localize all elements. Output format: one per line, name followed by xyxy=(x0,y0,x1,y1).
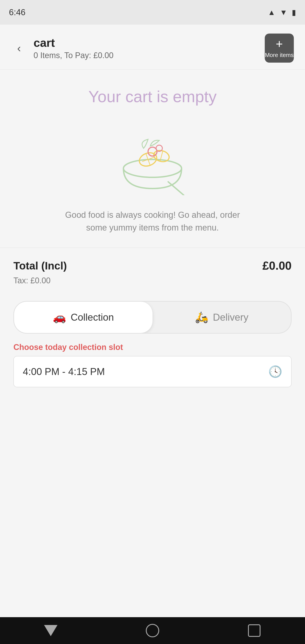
delivery-icon: 🛵 xyxy=(195,311,208,324)
time-slot-label: Choose today collection slot xyxy=(14,342,292,352)
more-items-label: More items xyxy=(265,52,294,58)
header: ‹ cart 0 Items, To Pay: £0.00 + More ite… xyxy=(0,24,305,70)
signal-icon: ▲ xyxy=(268,8,276,17)
cart-summary: 0 Items, To Pay: £0.00 xyxy=(34,51,114,60)
clock-icon: 🕓 xyxy=(268,365,282,378)
back-nav-button[interactable] xyxy=(40,622,62,640)
back-arrow-icon: ‹ xyxy=(17,42,21,54)
content-area: ‹ cart 0 Items, To Pay: £0.00 + More ite… xyxy=(0,24,305,617)
empty-cart-description: Good food is always cooking! Go ahead, o… xyxy=(63,209,242,234)
more-items-button[interactable]: + More items xyxy=(265,34,294,62)
svg-line-1 xyxy=(168,182,184,195)
delivery-tab[interactable]: 🛵 Delivery xyxy=(152,302,291,333)
back-nav-icon xyxy=(44,625,58,636)
time-slot-picker[interactable]: 4:00 PM - 4:15 PM 🕓 xyxy=(14,356,292,387)
bottom-nav xyxy=(0,617,305,644)
home-nav-icon xyxy=(146,624,159,637)
status-time: 6:46 xyxy=(9,8,26,17)
empty-cart-title: Your cart is empty xyxy=(88,88,217,106)
back-button[interactable]: ‹ xyxy=(11,40,27,56)
tabs-container: 🚗 Collection 🛵 Delivery xyxy=(14,301,292,334)
status-icons: ▲ ▼ ▮ xyxy=(268,8,296,17)
recents-nav-icon xyxy=(248,624,260,637)
delivery-tab-label: Delivery xyxy=(213,312,248,323)
recents-nav-button[interactable] xyxy=(243,622,266,640)
total-label: Total (Incl) xyxy=(14,260,67,272)
collection-tab-label: Collection xyxy=(71,312,114,323)
collection-tab[interactable]: 🚗 Collection xyxy=(14,302,152,333)
time-slot-value: 4:00 PM - 4:15 PM xyxy=(23,366,105,377)
battery-icon: ▮ xyxy=(292,8,296,17)
cart-illustration xyxy=(114,119,190,195)
page-title: cart xyxy=(34,36,114,50)
wifi-icon: ▼ xyxy=(280,8,287,17)
collection-icon: 🚗 xyxy=(53,311,66,324)
svg-point-0 xyxy=(124,160,182,177)
header-left: ‹ cart 0 Items, To Pay: £0.00 xyxy=(11,36,114,60)
home-nav-button[interactable] xyxy=(141,622,164,640)
total-section: Total (Incl) £0.00 Tax: £0.00 xyxy=(0,248,305,292)
header-title-block: cart 0 Items, To Pay: £0.00 xyxy=(34,36,114,60)
total-amount: £0.00 xyxy=(262,259,292,272)
plus-icon: + xyxy=(276,38,283,50)
time-slot-section: Choose today collection slot 4:00 PM - 4… xyxy=(14,342,292,387)
total-row: Total (Incl) £0.00 xyxy=(14,259,292,272)
empty-cart-section: Your cart is empty Good food is always c… xyxy=(0,70,305,248)
status-bar: 6:46 ▲ ▼ ▮ xyxy=(0,0,305,24)
tax-label: Tax: £0.00 xyxy=(14,276,50,285)
